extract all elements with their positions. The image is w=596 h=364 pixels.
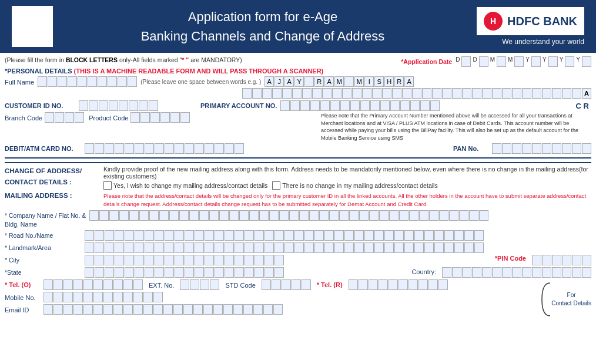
pa-13[interactable] [400, 100, 410, 111]
fn2-14[interactable] [372, 88, 381, 99]
cn-5[interactable] [129, 210, 139, 221]
to-6[interactable] [93, 279, 103, 290]
rd-12[interactable] [195, 230, 204, 241]
st-20[interactable] [274, 267, 284, 278]
pan-2[interactable] [502, 143, 511, 154]
lm-11[interactable] [185, 242, 194, 253]
ct-15[interactable] [582, 267, 591, 278]
st-14[interactable] [215, 267, 224, 278]
pan-3[interactable] [512, 143, 521, 154]
cy-18[interactable] [255, 255, 264, 265]
ct-2[interactable] [452, 267, 461, 278]
rd-5[interactable] [125, 230, 134, 241]
cn-7[interactable] [149, 210, 159, 221]
cn-25[interactable] [329, 210, 339, 221]
cy-16[interactable] [235, 255, 244, 265]
em-6[interactable] [93, 304, 103, 315]
cid-6[interactable] [129, 100, 138, 111]
lm-35[interactable] [424, 242, 434, 253]
fn2-5[interactable] [282, 88, 292, 99]
rd-11[interactable] [185, 230, 194, 241]
st-8[interactable] [155, 267, 164, 278]
em-18[interactable] [213, 304, 223, 315]
dc-11[interactable] [185, 143, 194, 154]
rd-34[interactable] [414, 230, 424, 241]
cn-31[interactable] [389, 210, 399, 221]
rd-17[interactable] [245, 230, 254, 241]
fn2-27[interactable] [502, 88, 511, 99]
fn2-22[interactable] [452, 88, 461, 99]
cn-20[interactable] [279, 210, 289, 221]
pa-5[interactable] [320, 100, 330, 111]
fn2-4[interactable] [272, 88, 282, 99]
dc-12[interactable] [195, 143, 204, 154]
rd-1[interactable] [85, 230, 94, 241]
em-3[interactable] [63, 304, 73, 315]
cn-15[interactable] [229, 210, 239, 221]
fname-cell-6[interactable] [88, 76, 97, 87]
rd-21[interactable] [284, 230, 294, 241]
rd-25[interactable] [324, 230, 334, 241]
cn-13[interactable] [209, 210, 219, 221]
lm-36[interactable] [434, 242, 444, 253]
dc-5[interactable] [125, 143, 134, 154]
ct-14[interactable] [572, 267, 581, 278]
cy-6[interactable] [135, 255, 144, 265]
pa-2[interactable] [290, 100, 300, 111]
lm-40[interactable] [474, 242, 484, 253]
fn2-9[interactable] [322, 88, 332, 99]
cn-28[interactable] [359, 210, 369, 221]
to-7[interactable] [103, 279, 113, 290]
st-15[interactable] [225, 267, 234, 278]
cn-37[interactable] [449, 210, 458, 221]
cn-8[interactable] [159, 210, 169, 221]
fn2-3[interactable] [262, 88, 272, 99]
cy-5[interactable] [125, 255, 134, 265]
rd-40[interactable] [474, 230, 484, 241]
em-22[interactable] [253, 304, 263, 315]
checkbox-yes-box[interactable] [103, 181, 112, 190]
st-5[interactable] [125, 267, 134, 278]
pa-16[interactable] [430, 100, 440, 111]
em-12[interactable] [153, 304, 163, 315]
em-24[interactable] [273, 304, 283, 315]
fn2-13[interactable] [362, 88, 371, 99]
em-13[interactable] [163, 304, 173, 315]
cy-2[interactable] [95, 255, 104, 265]
st-3[interactable] [105, 267, 114, 278]
to-9[interactable] [123, 279, 133, 290]
cn-1[interactable] [89, 210, 99, 221]
date-y1[interactable] [531, 56, 541, 67]
dc-9[interactable] [165, 143, 174, 154]
st-13[interactable] [205, 267, 214, 278]
st-18[interactable] [255, 267, 264, 278]
fn2-7[interactable] [302, 88, 312, 99]
fn2-18[interactable] [412, 88, 421, 99]
cy-12[interactable] [195, 255, 204, 265]
lm-17[interactable] [245, 242, 254, 253]
date-y4[interactable] [582, 56, 591, 67]
rd-16[interactable] [235, 230, 244, 241]
tr-4[interactable] [379, 279, 388, 290]
pin-1[interactable] [532, 255, 541, 265]
to-5[interactable] [83, 279, 93, 290]
rd-38[interactable] [454, 230, 464, 241]
tr-3[interactable] [369, 279, 378, 290]
mob-2[interactable] [53, 292, 63, 302]
cn-14[interactable] [219, 210, 229, 221]
dc-13[interactable] [205, 143, 214, 154]
mob-3[interactable] [63, 292, 73, 302]
lm-5[interactable] [125, 242, 134, 253]
ct-4[interactable] [472, 267, 481, 278]
rd-33[interactable] [404, 230, 414, 241]
cn-16[interactable] [239, 210, 249, 221]
lm-27[interactable] [344, 242, 354, 253]
em-23[interactable] [263, 304, 273, 315]
pin-6[interactable] [582, 255, 591, 265]
cn-24[interactable] [319, 210, 329, 221]
pin-4[interactable] [562, 255, 571, 265]
ex-2[interactable] [190, 279, 199, 290]
em-1[interactable] [43, 304, 53, 315]
fn2-15[interactable] [382, 88, 391, 99]
fn2-31[interactable] [542, 88, 551, 99]
